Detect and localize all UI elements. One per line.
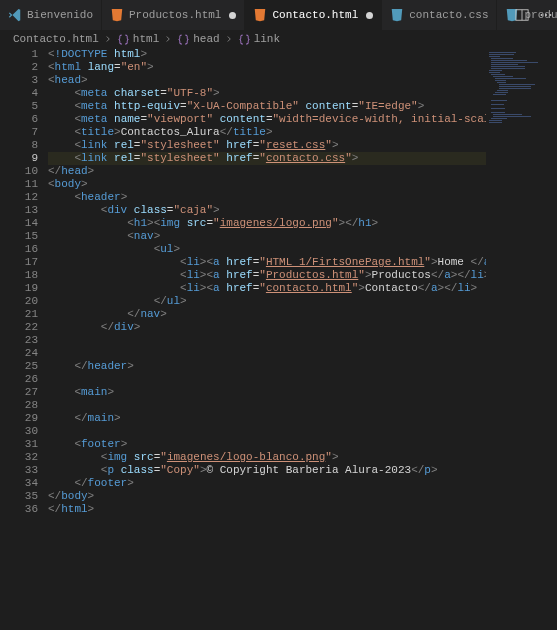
minimap-line: [499, 84, 535, 85]
line-number: 4: [0, 87, 38, 100]
minimap-line: [495, 78, 526, 79]
minimap-line: [489, 54, 514, 55]
tab-contacto-html[interactable]: Contacto.html: [245, 0, 382, 30]
code-line[interactable]: <head>: [48, 74, 486, 87]
code-line[interactable]: <footer>: [48, 438, 486, 451]
code-line[interactable]: <meta name="viewport" content="width=dev…: [48, 113, 486, 126]
minimap-line: [489, 72, 500, 73]
svg-point-4: [549, 14, 551, 16]
code-line[interactable]: </main>: [48, 412, 486, 425]
code-line[interactable]: <!DOCTYPE html>: [48, 48, 486, 61]
line-number: 10: [0, 165, 38, 178]
svg-point-2: [541, 14, 543, 16]
breadcrumb-item[interactable]: head: [177, 33, 219, 46]
line-number: 13: [0, 204, 38, 217]
code-line[interactable]: <title>Contactos_Alura</title>: [48, 126, 486, 139]
line-number: 17: [0, 256, 38, 269]
line-number: 8: [0, 139, 38, 152]
minimap-line: [491, 58, 513, 59]
editor-actions: [515, 8, 553, 22]
minimap-line: [495, 92, 508, 93]
code-line[interactable]: <p class="Copy">© Copyright Barberia Alu…: [48, 464, 486, 477]
code-line[interactable]: <li><a href="contacto.html">Contacto</a>…: [48, 282, 486, 295]
line-number: 32: [0, 451, 38, 464]
minimap-line: [491, 104, 504, 105]
code-line[interactable]: </head>: [48, 165, 486, 178]
code-line[interactable]: <header>: [48, 191, 486, 204]
code-line[interactable]: <ul>: [48, 243, 486, 256]
code-line[interactable]: <nav>: [48, 230, 486, 243]
breadcrumb-label: link: [254, 33, 280, 45]
line-number: 18: [0, 269, 38, 282]
code-line[interactable]: </div>: [48, 321, 486, 334]
minimap-line: [493, 76, 513, 77]
line-number: 28: [0, 399, 38, 412]
line-number: 2: [0, 61, 38, 74]
breadcrumb-label: Contacto.html: [13, 33, 99, 45]
code-line[interactable]: <li><a href="HTML 1/FirtsOnePage.html">H…: [48, 256, 486, 269]
line-number: 26: [0, 373, 38, 386]
line-number: 1: [0, 48, 38, 61]
minimap-line: [491, 66, 525, 67]
line-number: 7: [0, 126, 38, 139]
minimap[interactable]: [486, 48, 557, 630]
minimap-line: [499, 88, 531, 89]
line-number: 5: [0, 100, 38, 113]
code-line[interactable]: <h1><img src="imagenes/logo.png"></h1>: [48, 217, 486, 230]
line-number: 30: [0, 425, 38, 438]
code-line[interactable]: </body>: [48, 490, 486, 503]
tab-label: Bienvenido: [27, 9, 93, 21]
line-number: 16: [0, 243, 38, 256]
tab-contacto-css[interactable]: contacto.css: [382, 0, 497, 30]
line-number: 27: [0, 386, 38, 399]
line-number: 23: [0, 334, 38, 347]
code-line[interactable]: <img src="imagenes/logo-blanco.png">: [48, 451, 486, 464]
code-line[interactable]: [48, 373, 486, 386]
code-line[interactable]: <link rel="stylesheet" href="contacto.cs…: [48, 152, 486, 165]
minimap-line: [491, 118, 507, 119]
line-number: 35: [0, 490, 38, 503]
minimap-line: [491, 74, 505, 75]
tab-label: Contacto.html: [272, 9, 358, 21]
more-actions-icon[interactable]: [539, 8, 553, 22]
breadcrumb-item[interactable]: html: [117, 33, 159, 46]
minimap-scrollbar[interactable]: [547, 48, 557, 630]
code-line[interactable]: <meta http-equiv="X-UA-Compatible" conte…: [48, 100, 486, 113]
split-editor-icon[interactable]: [515, 8, 529, 22]
code-line[interactable]: </ul>: [48, 295, 486, 308]
line-number: 29: [0, 412, 38, 425]
code-line[interactable]: <link rel="stylesheet" href="reset.css">: [48, 139, 486, 152]
code-line[interactable]: [48, 425, 486, 438]
minimap-line: [489, 70, 502, 71]
minimap-line: [489, 122, 502, 123]
tab-bar: BienvenidoProductos.htmlContacto.htmlcon…: [0, 0, 557, 30]
code-line[interactable]: [48, 399, 486, 412]
code-line[interactable]: <body>: [48, 178, 486, 191]
line-number: 25: [0, 360, 38, 373]
code-line[interactable]: <main>: [48, 386, 486, 399]
line-number: 34: [0, 477, 38, 490]
line-number: 14: [0, 217, 38, 230]
line-number: 6: [0, 113, 38, 126]
tab-label: Productos.html: [129, 9, 221, 21]
tab-productos-html[interactable]: Productos.html: [102, 0, 245, 30]
breadcrumb-item[interactable]: link: [238, 33, 280, 46]
code-area[interactable]: <!DOCTYPE html><html lang="en"><head> <m…: [48, 48, 486, 630]
code-line[interactable]: </footer>: [48, 477, 486, 490]
code-line[interactable]: <div class="caja">: [48, 204, 486, 217]
minimap-line: [491, 108, 505, 109]
tab-bienvenido[interactable]: Bienvenido: [0, 0, 102, 30]
minimap-line: [495, 80, 506, 81]
code-line[interactable]: [48, 347, 486, 360]
code-line[interactable]: <html lang="en">: [48, 61, 486, 74]
code-line[interactable]: <li><a href="Productos.html">Productos</…: [48, 269, 486, 282]
code-line[interactable]: </html>: [48, 503, 486, 516]
minimap-line: [491, 100, 507, 101]
breadcrumb: Contacto.htmlhtmlheadlink: [0, 30, 557, 48]
code-line[interactable]: </nav>: [48, 308, 486, 321]
code-line[interactable]: </header>: [48, 360, 486, 373]
breadcrumb-item[interactable]: Contacto.html: [10, 33, 99, 45]
code-line[interactable]: <meta charset="UTF-8">: [48, 87, 486, 100]
modified-indicator-icon: [229, 12, 236, 19]
code-line[interactable]: [48, 334, 486, 347]
